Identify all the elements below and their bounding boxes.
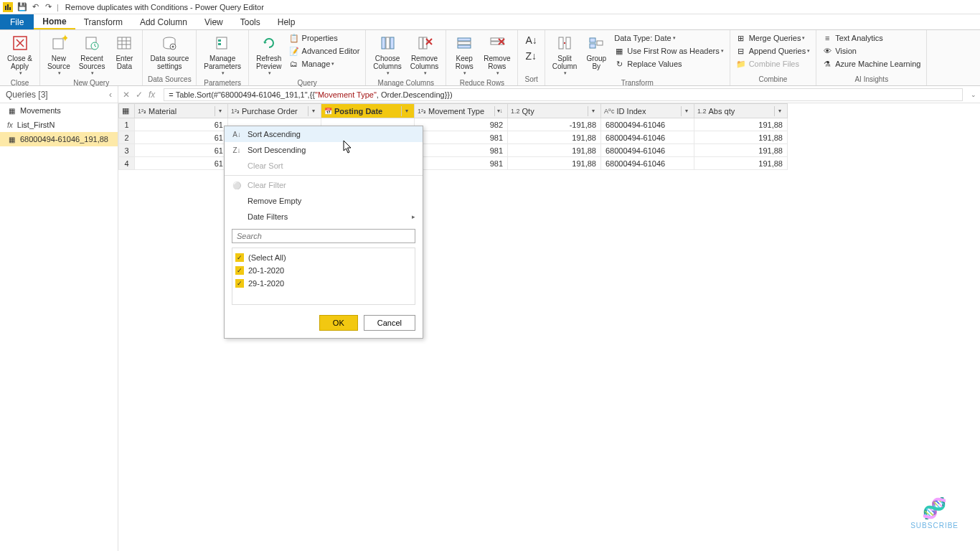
advanced-editor-icon: 📝 xyxy=(289,46,299,56)
query-item-list-firstn[interactable]: fx List_FirstN xyxy=(0,118,118,132)
cell-qty[interactable]: 191,88 xyxy=(508,157,601,170)
filter-option-2[interactable]: ✓29-1-2020 xyxy=(235,277,412,290)
filter-dropdown-icon[interactable]: ▾ xyxy=(588,106,598,116)
row-number[interactable]: 2 xyxy=(119,131,135,144)
remove-rows-button[interactable]: Remove Rows xyxy=(479,32,514,77)
table-row[interactable]: 261981191,8868000494-61046191,88 xyxy=(119,131,788,144)
table-row[interactable]: 361981191,8868000494-61046191,88 xyxy=(119,144,788,157)
queries-pane-header[interactable]: Queries [3] ‹ xyxy=(0,86,118,103)
recent-sources-button[interactable]: Recent Sources xyxy=(75,32,110,77)
append-queries-button[interactable]: ⊟Append Queries xyxy=(733,44,814,57)
azure-ml-button[interactable]: ⚗Azure Machine Learning xyxy=(819,57,923,70)
advanced-editor-button[interactable]: 📝Advanced Editor xyxy=(286,44,363,57)
remove-empty-item[interactable]: Remove Empty xyxy=(225,193,423,209)
filter-dropdown-icon[interactable]: ▾ xyxy=(215,106,225,116)
query-item-movements[interactable]: ▦ Movements xyxy=(0,103,118,118)
cell-material[interactable]: 61 xyxy=(135,118,228,131)
col-header-posting-date[interactable]: 📅Posting Date▾ xyxy=(321,104,415,118)
filter-dropdown-icon[interactable]: ▾ xyxy=(774,106,784,116)
row-number[interactable]: 1 xyxy=(119,118,135,131)
filter-dropdown-icon[interactable]: ▾ xyxy=(308,106,318,116)
cell-id-index[interactable]: 68000494-61046 xyxy=(601,157,694,170)
sort-ascending-item[interactable]: A↓ Sort Ascending xyxy=(225,126,423,142)
filter-option-1[interactable]: ✓20-1-2020 xyxy=(235,264,412,277)
choose-columns-button[interactable]: Choose Columns xyxy=(369,32,405,77)
new-source-button[interactable]: ✦ New Source xyxy=(43,32,75,77)
tab-transform[interactable]: Transform xyxy=(75,14,131,29)
col-header-movement-type[interactable]: 1²₃Movement Type▾↓ xyxy=(415,104,508,118)
merge-queries-button[interactable]: ⊞Merge Queries xyxy=(733,32,814,44)
cell-abs-qty[interactable]: 191,88 xyxy=(694,157,788,170)
tab-help[interactable]: Help xyxy=(269,14,304,29)
manage-parameters-button[interactable]: Manage Parameters xyxy=(199,32,245,77)
date-filters-item[interactable]: Date Filters ▸ xyxy=(225,209,423,225)
cell-id-index[interactable]: 68000494-61046 xyxy=(601,144,694,157)
formula-commit-icon[interactable]: ✓ xyxy=(136,90,143,100)
cancel-button[interactable]: Cancel xyxy=(364,315,415,331)
table-row[interactable]: 461981191,8868000494-61046191,88 xyxy=(119,157,788,170)
formula-expand-icon[interactable]: ⌄ xyxy=(967,91,980,98)
tab-add-column[interactable]: Add Column xyxy=(131,14,196,29)
cell-movement-type[interactable]: 981 xyxy=(415,144,508,157)
col-header-material[interactable]: 1²₃Material▾ xyxy=(135,104,228,118)
tab-view[interactable]: View xyxy=(196,14,232,29)
split-column-button[interactable]: Split Column xyxy=(548,32,581,77)
vision-button[interactable]: 👁Vision xyxy=(819,44,923,57)
close-apply-button[interactable]: Close & Apply xyxy=(3,32,37,77)
qat-undo-icon[interactable]: ↶ xyxy=(30,2,40,12)
cell-qty[interactable]: 191,88 xyxy=(508,131,601,144)
keep-rows-button[interactable]: Keep Rows xyxy=(449,32,479,77)
data-type-button[interactable]: Data Type: Date xyxy=(611,32,726,44)
col-header-id-index[interactable]: AᴮcID Index▾ xyxy=(601,104,694,118)
cell-material[interactable]: 61 xyxy=(135,131,228,144)
group-by-button[interactable]: Group By xyxy=(581,32,611,72)
table-row[interactable]: 161982-191,8868000494-61046191,88 xyxy=(119,118,788,131)
filter-dropdown-icon[interactable]: ▾ xyxy=(681,106,691,116)
filter-search-input[interactable] xyxy=(232,229,415,243)
replace-values-button[interactable]: ↻Replace Values xyxy=(611,57,726,70)
cell-material[interactable]: 61 xyxy=(135,144,228,157)
col-header-abs-qty[interactable]: 1.2Abs qty▾ xyxy=(694,104,788,118)
cell-abs-qty[interactable]: 191,88 xyxy=(694,144,788,157)
cell-id-index[interactable]: 68000494-61046 xyxy=(601,131,694,144)
text-analytics-button[interactable]: ≡Text Analytics xyxy=(819,32,923,44)
formula-cancel-icon[interactable]: ✕ xyxy=(123,90,130,100)
col-header-qty[interactable]: 1.2Qty▾ xyxy=(508,104,601,118)
cell-qty[interactable]: -191,88 xyxy=(508,118,601,131)
enter-data-button[interactable]: Enter Data xyxy=(109,32,139,72)
properties-button[interactable]: 📋Properties xyxy=(286,32,363,44)
filter-dropdown-icon[interactable]: ▾ xyxy=(401,106,411,116)
qat-redo-icon[interactable]: ↷ xyxy=(43,2,53,12)
filter-select-all[interactable]: ✓(Select All) xyxy=(235,251,412,264)
tab-tools[interactable]: Tools xyxy=(232,14,269,29)
row-number[interactable]: 4 xyxy=(119,157,135,170)
manage-button[interactable]: 🗂Manage xyxy=(286,57,363,70)
cell-movement-type[interactable]: 981 xyxy=(415,131,508,144)
first-row-headers-button[interactable]: ▦Use First Row as Headers xyxy=(611,44,726,57)
row-number[interactable]: 3 xyxy=(119,144,135,157)
cell-material[interactable]: 61 xyxy=(135,157,228,170)
refresh-preview-button[interactable]: Refresh Preview xyxy=(252,32,286,77)
collapse-queries-icon[interactable]: ‹ xyxy=(109,90,112,100)
cell-movement-type[interactable]: 981 xyxy=(415,157,508,170)
fx-icon[interactable]: fx xyxy=(149,90,155,100)
filter-dropdown-icon[interactable]: ▾↓ xyxy=(494,106,504,116)
cell-qty[interactable]: 191,88 xyxy=(508,144,601,157)
col-header-purchase-order[interactable]: 1²₃Purchase Order▾ xyxy=(228,104,321,118)
tab-home[interactable]: Home xyxy=(34,14,75,29)
ok-button[interactable]: OK xyxy=(319,315,358,331)
qat-save-icon[interactable]: 💾 xyxy=(17,2,27,12)
row-icon-header[interactable]: ▦ xyxy=(119,104,135,118)
sort-desc-button[interactable]: Z↓ xyxy=(525,50,537,62)
data-source-settings-button[interactable]: Data source settings xyxy=(146,32,193,72)
tab-file[interactable]: File xyxy=(0,14,34,29)
sort-descending-item[interactable]: Z↓ Sort Descending xyxy=(225,142,423,158)
cell-id-index[interactable]: 68000494-61046 xyxy=(601,118,694,131)
cell-abs-qty[interactable]: 191,88 xyxy=(694,131,788,144)
cell-movement-type[interactable]: 982 xyxy=(415,118,508,131)
sort-asc-button[interactable]: A↓ xyxy=(525,34,537,46)
query-item-selected[interactable]: ▦ 68000494-61046_191,88 xyxy=(0,132,118,146)
formula-bar[interactable]: = Table.Sort(#"68000494-61046_191,1",{{"… xyxy=(164,88,963,101)
cell-abs-qty[interactable]: 191,88 xyxy=(694,118,788,131)
remove-columns-button[interactable]: Remove Columns xyxy=(406,32,443,77)
